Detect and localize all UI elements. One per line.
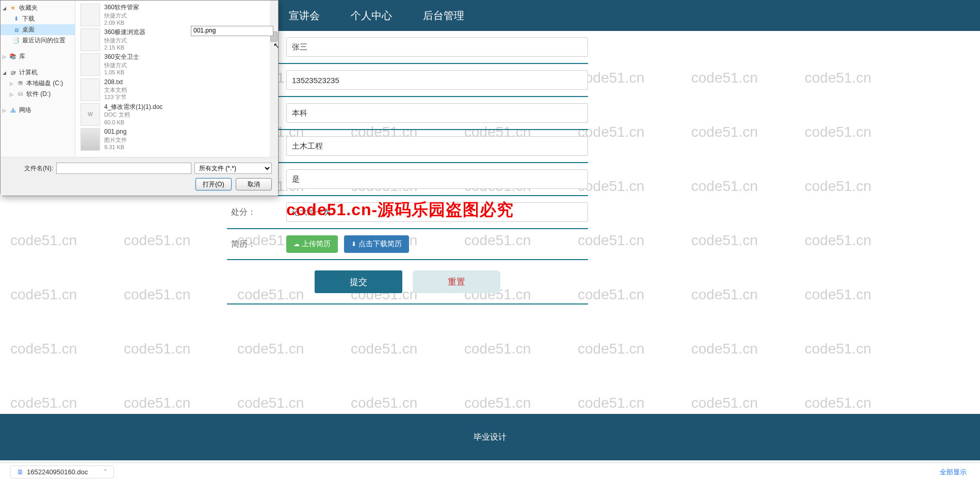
tree-favorites[interactable]: ◢★收藏夹 bbox=[1, 3, 75, 13]
download-icon: ⬇ bbox=[351, 241, 356, 248]
tree-recent[interactable]: 📑最近访问的位置 bbox=[1, 35, 75, 46]
file-size: 1.05 KB bbox=[104, 69, 139, 76]
file-type: 快捷方式 bbox=[104, 61, 139, 69]
file-name: 360软件管家 bbox=[104, 4, 139, 12]
file-type: 文本文档 bbox=[104, 86, 127, 93]
file-item[interactable]: 360安全卫士快捷方式1.05 KB bbox=[77, 52, 276, 77]
file-size: 123 字节 bbox=[104, 93, 127, 101]
library-icon: 📚 bbox=[9, 53, 17, 60]
scrollbar[interactable] bbox=[270, 1, 278, 157]
input-major[interactable] bbox=[286, 136, 588, 156]
browser-download-bar: 🗎 1652240950160.doc ˄ 全部显示 bbox=[0, 462, 980, 481]
cloud-upload-icon: ☁ bbox=[293, 241, 300, 248]
form: 处分： 简历： ☁上传简历 ⬇点击下载简历 提交 重置 bbox=[227, 31, 588, 304]
dialog-file-list[interactable]: 360软件管家快捷方式2.09 KB360极速浏览器快捷方式2.15 KB360… bbox=[75, 1, 278, 157]
download-resume-button[interactable]: ⬇点击下载简历 bbox=[344, 235, 409, 253]
input-name[interactable] bbox=[286, 37, 588, 57]
filename-tooltip: 001.png bbox=[191, 26, 273, 36]
file-size: 60.0 KB bbox=[104, 119, 162, 126]
tree-desktop[interactable]: 🖥桌面 bbox=[1, 24, 75, 35]
file-item[interactable]: 208.txt文本文档123 字节 bbox=[77, 77, 276, 102]
star-icon: ★ bbox=[9, 5, 17, 12]
nav-xuanjianghui[interactable]: 宣讲会 bbox=[289, 9, 320, 23]
filename-input[interactable] bbox=[56, 163, 191, 174]
filename-label: 文件名(N): bbox=[7, 164, 53, 173]
file-name: 4_修改需求(1)(1).doc bbox=[104, 103, 162, 111]
nav-admin[interactable]: 后台管理 bbox=[423, 9, 464, 23]
file-type: 快捷方式 bbox=[104, 37, 145, 44]
file-icon bbox=[80, 128, 100, 151]
show-all-downloads[interactable]: 全部显示 bbox=[937, 467, 970, 478]
network-icon: 🖧 bbox=[9, 107, 17, 114]
download-folder-icon: ⬇ bbox=[12, 15, 20, 23]
file-size: 2.09 KB bbox=[104, 19, 139, 26]
download-item[interactable]: 🗎 1652240950160.doc ˄ bbox=[10, 466, 114, 478]
chevron-up-icon: ˄ bbox=[104, 468, 107, 476]
file-name: 208.txt bbox=[104, 78, 127, 87]
cancel-button[interactable]: 取消 bbox=[236, 178, 272, 190]
tree-network[interactable]: ▷🖧网络 bbox=[1, 105, 75, 116]
input-flag[interactable] bbox=[286, 169, 588, 189]
computer-icon: 🖳 bbox=[9, 69, 17, 76]
download-filename: 1652240950160.doc bbox=[27, 468, 88, 476]
file-name: 360安全卫士 bbox=[104, 53, 139, 61]
file-icon: W bbox=[80, 103, 100, 126]
tree-library[interactable]: ▷📚库 bbox=[1, 51, 75, 62]
file-type: DOC 文档 bbox=[104, 111, 162, 118]
reset-button[interactable]: 重置 bbox=[413, 270, 500, 293]
input-punish[interactable] bbox=[286, 202, 588, 222]
input-edu[interactable] bbox=[286, 103, 588, 123]
drive-icon: ⛁ bbox=[16, 91, 24, 98]
tree-downloads[interactable]: ⬇下载 bbox=[1, 13, 75, 24]
page-footer: 毕业设计 bbox=[0, 414, 980, 460]
file-icon bbox=[80, 53, 100, 76]
file-item[interactable]: 001.png图片文件9.31 KB bbox=[77, 127, 276, 152]
label-punish: 处分： bbox=[227, 207, 286, 218]
input-phone[interactable] bbox=[286, 70, 588, 90]
file-item[interactable]: 360软件管家快捷方式2.09 KB bbox=[77, 3, 276, 27]
file-filter-select[interactable]: 所有文件 (*.*) bbox=[194, 163, 272, 174]
tree-computer[interactable]: ◢🖳计算机 bbox=[1, 67, 75, 78]
file-icon bbox=[80, 78, 100, 101]
file-type: 图片文件 bbox=[104, 136, 127, 143]
doc-icon: 🗎 bbox=[17, 468, 24, 476]
cursor-icon: ↖ bbox=[273, 41, 280, 50]
dialog-sidebar: ◢★收藏夹 ⬇下载 🖥桌面 📑最近访问的位置 ▷📚库 ◢🖳计算机 ▷⛃本地磁盘 … bbox=[1, 1, 75, 157]
file-name: 001.png bbox=[104, 128, 127, 136]
nav-personal-center[interactable]: 个人中心 bbox=[351, 9, 392, 23]
label-resume: 简历： bbox=[227, 239, 286, 250]
drive-icon: ⛃ bbox=[16, 80, 24, 87]
file-size: 2.15 KB bbox=[104, 44, 145, 51]
file-icon bbox=[80, 28, 100, 51]
upload-resume-button[interactable]: ☁上传简历 bbox=[286, 235, 338, 253]
desktop-icon: 🖥 bbox=[12, 26, 20, 34]
file-type: 快捷方式 bbox=[104, 12, 139, 19]
file-name: 360极速浏览器 bbox=[104, 28, 145, 37]
submit-button[interactable]: 提交 bbox=[315, 270, 402, 293]
file-item[interactable]: W4_修改需求(1)(1).docDOC 文档60.0 KB bbox=[77, 102, 276, 127]
recent-icon: 📑 bbox=[12, 37, 20, 44]
open-button[interactable]: 打开(O) bbox=[195, 178, 232, 190]
file-icon bbox=[80, 4, 100, 26]
tree-drive-c[interactable]: ▷⛃本地磁盘 (C:) bbox=[1, 78, 75, 89]
tree-drive-d[interactable]: ▷⛁软件 (D:) bbox=[1, 89, 75, 100]
file-size: 9.31 KB bbox=[104, 143, 127, 151]
